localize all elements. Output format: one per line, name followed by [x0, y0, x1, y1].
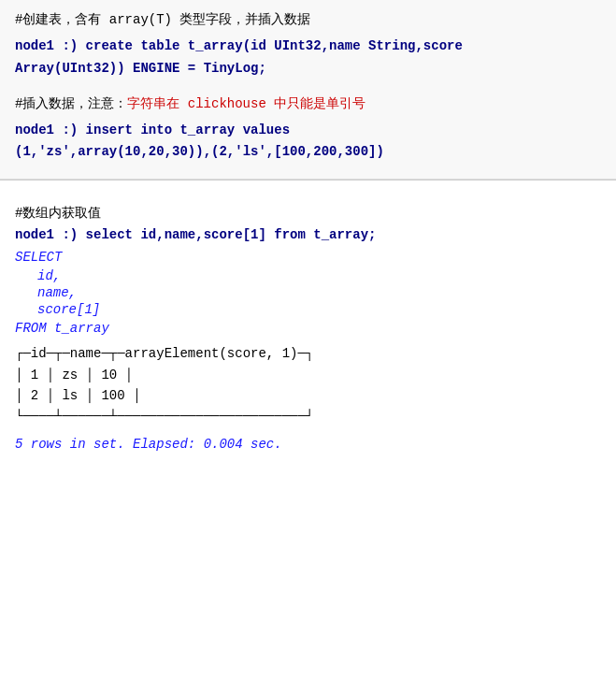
table-header-text: ┌─id─┬─name─┬─arrayElement(score, 1)─┐	[15, 346, 313, 361]
table-footer-row: └────┴──────┴────────────────────────┘	[15, 406, 601, 426]
result-field-score: score[1]	[37, 302, 601, 317]
comment-create-table: #创建表，含有 array(T) 类型字段，并插入数据	[15, 11, 601, 28]
comment-insert-prefix: #插入数据，注意：	[15, 96, 127, 111]
result-field-id: id,	[37, 268, 601, 283]
code-text: Array(UInt32)) ENGINE = TinyLog;	[15, 61, 266, 76]
field-text: id,	[37, 268, 61, 283]
from-text: FROM t_array	[15, 321, 109, 336]
result-select-keyword: SELECT	[15, 250, 601, 265]
elapsed-line: 5 rows in set. Elapsed: 0.004 sec.	[15, 437, 601, 452]
section-bottom: #数组内获取值 node1 :) select id,name,score[1]…	[0, 180, 616, 467]
select-text: SELECT	[15, 250, 62, 265]
result-field-name: name,	[37, 285, 601, 300]
code-text: node1 :) insert into t_array values	[15, 123, 290, 137]
gap2	[15, 190, 601, 205]
query-select-line: node1 :) select id,name,score[1] from t_…	[15, 227, 601, 242]
comment-text: #数组内获取值	[15, 206, 101, 221]
table-data-row-1: │ 1 │ zs │ 10 │	[15, 365, 601, 385]
table-row2-text: │ 2 │ ls │ 100 │	[15, 388, 140, 403]
field-text: score[1]	[37, 302, 100, 317]
table-footer-text: └────┴──────┴────────────────────────┘	[15, 409, 313, 424]
ascii-table: ┌─id─┬─name─┬─arrayElement(score, 1)─┐ │…	[15, 343, 601, 427]
code-insert-line2: (1,'zs',array(10,20,30)),(2,'ls',[100,20…	[15, 141, 601, 164]
result-from-line: FROM t_array	[15, 321, 601, 336]
comment-text: #创建表，含有 array(T) 类型字段，并插入数据	[15, 12, 310, 27]
code-create-table-line2: Array(UInt32)) ENGINE = TinyLog;	[15, 58, 601, 80]
gap1	[15, 80, 601, 95]
code-insert-line1: node1 :) insert into t_array values	[15, 120, 601, 142]
section-top: #创建表，含有 array(T) 类型字段，并插入数据 node1 :) cre…	[0, 0, 616, 180]
code-text: node1 :) create table t_array(id UInt32,…	[15, 38, 463, 53]
table-header-row: ┌─id─┬─name─┬─arrayElement(score, 1)─┐	[15, 343, 601, 364]
query-text: node1 :) select id,name,score[1] from t_…	[15, 227, 376, 242]
table-row1-text: │ 1 │ zs │ 10 │	[15, 368, 133, 382]
comment-insert-red: 字符串在 clickhouse 中只能是单引号	[127, 96, 365, 111]
code-text: (1,'zs',array(10,20,30)),(2,'ls',[100,20…	[15, 144, 384, 159]
comment-insert: #插入数据，注意：字符串在 clickhouse 中只能是单引号	[15, 95, 601, 112]
field-text: name,	[37, 285, 77, 300]
comment-get-value: #数组内获取值	[15, 205, 601, 222]
page-container: #创建表，含有 array(T) 类型字段，并插入数据 node1 :) cre…	[0, 0, 616, 678]
code-create-table-line1: node1 :) create table t_array(id UInt32,…	[15, 36, 601, 58]
table-data-row-2: │ 2 │ ls │ 100 │	[15, 385, 601, 406]
elapsed-text: 5 rows in set. Elapsed: 0.004 sec.	[15, 437, 282, 452]
